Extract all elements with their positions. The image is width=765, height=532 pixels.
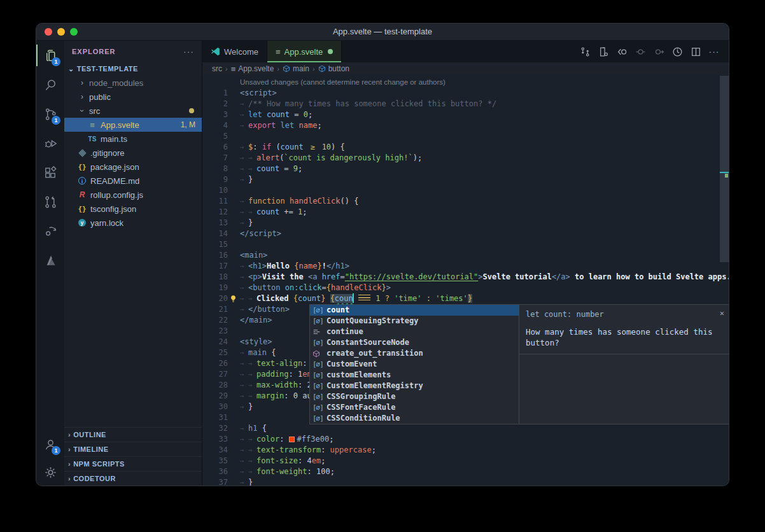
unsaved-dot-icon[interactable] <box>328 49 333 54</box>
extensions-icon[interactable] <box>36 158 64 187</box>
account-icon[interactable]: 1 <box>36 430 64 459</box>
code-action-lightbulb-icon[interactable] <box>229 295 237 303</box>
chevron-expanded-icon[interactable]: › <box>78 106 87 116</box>
code-line[interactable]: 37→} <box>202 477 729 486</box>
code-line[interactable]: 2→/** How many times has someone clicked… <box>202 99 729 109</box>
code-line[interactable]: 33→→color: #ff3e00; <box>202 434 729 445</box>
code-line[interactable]: 20→→Clicked {count} {coun 1 ? 'time' : '… <box>202 293 729 304</box>
suggestion-item-cssfontfacerule[interactable]: [∅]CSSFontFaceRule <box>310 402 519 413</box>
symbol-cube-icon <box>318 65 326 73</box>
code-line[interactable]: 7→→alert(`count is dangerously high!`); <box>202 153 729 164</box>
code-line[interactable]: 34→→text-transform: uppercase; <box>202 445 729 456</box>
code-line-content: →} <box>240 402 253 412</box>
run-timer-icon[interactable] <box>670 45 684 59</box>
chevron-collapsed-icon[interactable]: › <box>77 92 87 101</box>
code-line[interactable]: 15 <box>202 239 729 250</box>
tree-item-src[interactable]: ›src <box>64 104 202 118</box>
run-debug-icon[interactable] <box>36 129 64 158</box>
tree-item-main-ts[interactable]: TSmain.ts <box>64 132 202 146</box>
search-icon[interactable] <box>36 70 64 99</box>
suggestion-item-cssconditionrule[interactable]: [∅]CSSConditionRule <box>310 413 519 424</box>
breadcrumb-item-main[interactable]: main <box>283 64 309 73</box>
tree-item-tsconfig-json[interactable]: {}tsconfig.json <box>64 202 202 216</box>
tree-item-yarn-lock[interactable]: yyarn.lock <box>64 216 202 230</box>
color-swatch[interactable] <box>289 437 295 442</box>
sidebar-section-codetour[interactable]: ›CODETOUR <box>64 471 202 486</box>
code-line[interactable]: 4→export let name; <box>202 120 729 131</box>
code-line[interactable]: 14</script> <box>202 228 729 239</box>
tab-welcome[interactable]: Welcome <box>202 41 267 62</box>
workspace-root-row[interactable]: ⌄ TEST-TEMPLATE <box>64 62 202 76</box>
suggestion-description: How many times has someone clicked this … <box>519 321 729 354</box>
live-share-icon[interactable] <box>36 216 64 246</box>
code-line[interactable]: 6→$: if (count ≥ 10) { <box>202 142 729 153</box>
breadcrumb-item-src[interactable]: src <box>212 64 222 73</box>
sidebar-section-timeline[interactable]: ›TIMELINE <box>64 442 202 456</box>
breadcrumb-item-app-svelte[interactable]: ≡App.svelte <box>231 64 274 74</box>
split-editor-icon[interactable] <box>689 45 703 59</box>
code-line[interactable]: 11→function handleClick() { <box>202 196 729 207</box>
close-icon[interactable]: ✕ <box>720 308 724 319</box>
more-actions-icon[interactable]: ··· <box>707 45 721 59</box>
tree-item-node-modules[interactable]: ›node_modules <box>64 76 202 90</box>
code-line[interactable]: 9→} <box>202 174 729 185</box>
azure-icon[interactable] <box>36 246 64 275</box>
tab-app-svelte[interactable]: ≡ App.svelte <box>267 41 342 62</box>
file-type-icon: {} <box>77 205 87 213</box>
code-editor[interactable]: Unsaved changes (cannot determine recent… <box>202 75 729 486</box>
code-line-content: →→font-weight: 100; <box>240 466 335 477</box>
explorer-icon[interactable]: 1 <box>36 41 64 70</box>
settings-gear-icon[interactable] <box>36 459 64 486</box>
tree-item-app-svelte[interactable]: ≡App.svelte1, M <box>64 118 202 132</box>
suggestion-item-cssgroupingrule[interactable]: [∅]CSSGroupingRule <box>310 391 519 402</box>
code-line[interactable]: 18→<p>Visit the <a href="https://svelte.… <box>202 272 729 283</box>
suggestion-item-customelementregistry[interactable]: [∅]CustomElementRegistry <box>310 381 519 391</box>
suggestion-item-customevent[interactable]: [∅]CustomEvent <box>310 359 519 370</box>
code-line[interactable]: 3→let count = 0; <box>202 109 729 120</box>
code-line[interactable]: 8→→count = 9; <box>202 164 729 174</box>
tree-item-label: tsconfig.json <box>90 204 202 214</box>
tree-item-rollup-config-js[interactable]: Rrollup.config.js <box>64 188 202 202</box>
suggestion-item-customelements[interactable]: [∅]customElements <box>310 370 519 381</box>
vertical-scrollbar[interactable] <box>720 76 729 262</box>
suggestion-item-countqueuingstrategy[interactable]: [∅]CountQueuingStrategy <box>310 316 519 326</box>
chevron-collapsed-icon[interactable]: › <box>77 78 87 87</box>
code-line[interactable]: 5 <box>202 131 729 142</box>
code-line-content: →} <box>240 174 253 185</box>
tree-item-package-json[interactable]: {}package.json <box>64 160 202 174</box>
sidebar-section-npm-scripts[interactable]: ›NPM SCRIPTS <box>64 456 202 471</box>
file-tree: ›node_modules›public›src≡App.svelte1, MT… <box>64 76 202 427</box>
suggestion-item-constantsourcenode[interactable]: [∅]ConstantSourceNode <box>310 337 519 348</box>
code-line[interactable]: 16<main> <box>202 250 729 261</box>
code-line[interactable]: 17→<h1>Hello {name}!</h1> <box>202 261 729 272</box>
code-line[interactable]: 1<script> <box>202 88 729 99</box>
line-number: 35 <box>202 456 228 466</box>
sidebar-more-actions-icon[interactable]: ··· <box>183 46 194 57</box>
git-compare-icon[interactable] <box>578 45 592 59</box>
code-line[interactable]: 10 <box>202 185 729 196</box>
tree-item--gitignore[interactable]: .gitignore <box>64 146 202 160</box>
file-lines-icon: ≡ <box>231 64 236 74</box>
code-line[interactable]: 13→} <box>202 218 729 228</box>
github-pull-request-icon[interactable] <box>36 187 64 216</box>
suggestion-label: CustomElementRegistry <box>326 381 423 391</box>
code-line[interactable]: 35→→font-size: 4em; <box>202 456 729 466</box>
go-back-icon[interactable] <box>615 45 629 59</box>
tree-item-readme-md[interactable]: iREADME.md <box>64 174 202 188</box>
suggestion-item-create_out_transition[interactable]: create_out_transition <box>310 348 519 359</box>
code-line[interactable]: 36→→font-weight: 100; <box>202 466 729 477</box>
tree-item-public[interactable]: ›public <box>64 90 202 104</box>
suggestion-item-count[interactable]: [∅]count <box>310 305 519 316</box>
code-line[interactable]: 12→→count += 1; <box>202 207 729 218</box>
suggestion-item-continue[interactable]: continue <box>310 326 519 337</box>
code-line[interactable]: 19→<button on:click={handleClick}> <box>202 283 729 293</box>
sidebar-section-outline[interactable]: ›OUTLINE <box>64 427 202 442</box>
title-bar[interactable]: App.svelte — test-template <box>36 24 729 41</box>
line-number: 10 <box>202 185 228 196</box>
breadcrumb-item-button[interactable]: button <box>318 64 349 73</box>
open-changes-icon[interactable] <box>596 45 610 59</box>
source-control-icon[interactable]: 1 <box>36 99 64 129</box>
code-line[interactable]: 32→h1 { <box>202 423 729 434</box>
tree-item-label: main.ts <box>101 134 202 144</box>
line-number: 7 <box>202 153 228 164</box>
